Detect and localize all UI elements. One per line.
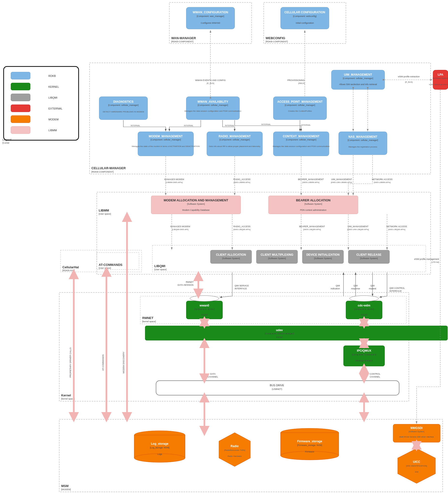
group-sub: [RDKB-HAL] — [62, 269, 75, 272]
node-client-release: CLIENT RELEASE [Software System] — [348, 250, 390, 263]
svg-text:wwan0: wwan0 — [199, 304, 209, 307]
svg-text:ACCESS_POINT_MANAGEMENT: ACCESS_POINT_MANAGEMENT — [277, 100, 323, 103]
svg-text:[Component: cellular_manager]: [Component: cellular_manager] — [285, 104, 315, 106]
svg-text:WWAN_CONFIGURATION: WWAN_CONFIGURATION — [193, 11, 228, 14]
node-modem-management: MODEM_MANAGEMENT [Component: cellular_ma… — [132, 132, 200, 156]
edge-label: DATA-SESSION — [178, 284, 193, 286]
group-label: LIBQMI — [154, 264, 165, 268]
edge-label: [DMS-UIM-LIBQMI-APIs] — [347, 228, 369, 231]
svg-text:Kernel: Kernel — [361, 314, 367, 316]
group-label: WAN-MANAGER — [171, 36, 196, 40]
group-label: WEBCONFIG — [266, 36, 285, 40]
edge-label: CHANNEL — [370, 376, 380, 378]
node-access-point-mgmt: ACCESS_POINT_MANAGEMENT [Component: cell… — [273, 97, 327, 120]
edge-label: eSIM profile extraction — [398, 75, 420, 78]
edge-label: DATA — [210, 373, 216, 375]
node-nas-management: NAS_MANAGEMENT [Component: cellular_mana… — [339, 132, 387, 155]
svg-text:[Component: cellular_manager]: [Component: cellular_manager] — [198, 104, 228, 106]
svg-text:BUS DRIVE: BUS DRIVE — [270, 384, 284, 387]
edge-label: MODEM DISCOVERY — [122, 352, 125, 373]
group-label: CELLULAR-MANAGER — [91, 166, 126, 170]
svg-text:[Component: device]: [Component: device] — [354, 308, 374, 310]
edge-label: BEARER_MANAGEMENT — [298, 178, 324, 180]
legend-title: Legend — [2, 138, 11, 141]
edge-label: AT-COMMANDS — [102, 355, 104, 371]
edge-label: RADIO_ACCESS — [233, 178, 251, 180]
svg-text:MODEM: MODEM — [48, 118, 58, 121]
svg-text:LPA: LPA — [438, 73, 443, 76]
svg-text:Radio Hardware: Radio Hardware — [228, 455, 242, 457]
svg-text:UIM_MANAGEMENT: UIM_MANAGEMENT — [344, 73, 372, 76]
group-sub: [kernel space] — [142, 320, 156, 323]
legend-item-libqmi: LIBQMI — [11, 94, 57, 101]
node-firmware-storage: Firmware_storage [Firmware_storage: NVM]… — [281, 428, 339, 460]
svg-text:Allows SIM seclection and info: Allows SIM seclection and info retrieval — [339, 83, 377, 85]
edge-label: [WDS-LIBQMI-APIs] — [303, 228, 321, 231]
port-cdcwdm — [349, 296, 378, 302]
arrow-qmi-ctrl — [379, 272, 387, 297]
svg-rect-89 — [344, 346, 385, 366]
edge-label: INTERFACE — [390, 290, 402, 292]
edge-label: INTERNAL — [131, 124, 140, 127]
edge-label: INTERNAL — [225, 124, 235, 127]
node-diagnostics: DIAGNOSTICS [Component: cellular_manager… — [99, 97, 147, 120]
svg-text:[Software System]: [Software System] — [268, 257, 286, 260]
edge-label: [RBUS] — [298, 82, 305, 84]
svg-text:[Component: cellular_manager]: [Component: cellular_manager] — [150, 138, 181, 141]
svg-text:KERNEL: KERNEL — [48, 85, 59, 88]
edge-label: INTERNAL — [261, 123, 271, 125]
svg-text:PDN context administration: PDN context administration — [300, 209, 326, 211]
svg-text:Modem Capability Database: Modem Capability Database — [182, 209, 209, 211]
svg-rect-10 — [11, 126, 30, 134]
svg-rect-6 — [11, 105, 30, 112]
edge-label: WWAN EVENTS AND CONFIG — [195, 79, 226, 82]
legend-item-modem: MODEM — [11, 116, 58, 123]
svg-text:[Component: cellular_manager]: [Component: cellular_manager] — [286, 138, 317, 141]
arrow-internal-1 — [123, 120, 166, 131]
svg-text:Radio: Radio — [231, 444, 239, 448]
svg-text:Firmware_storage: Firmware_storage — [297, 440, 322, 443]
svg-text:[Component: device]: [Component: device] — [194, 308, 215, 310]
svg-rect-68 — [256, 250, 298, 263]
edge-label: NETWORK ACCESS — [372, 178, 392, 180]
node-wwan-configuration: WWAN_CONFIGURATION [Component: wan_manag… — [186, 7, 235, 29]
svg-text:[Component: Qualcomm]: [Component: Qualcomm] — [352, 353, 376, 356]
svg-text:[Software System]: [Software System] — [360, 257, 378, 260]
group-label: AT-COMMANDS — [99, 263, 122, 267]
node-uim-management: UIM_MANAGEMENT [Component: cellular_mana… — [332, 70, 385, 89]
svg-text:Configures WWAN0: Configures WWAN0 — [201, 22, 220, 24]
edge-label: INTERNAL — [301, 124, 311, 126]
legend-sub: [Conse — [2, 142, 9, 144]
svg-rect-85 — [145, 326, 448, 340]
svg-text:Message protocol: Message protocol — [355, 359, 373, 362]
arrow-qmi-svc — [220, 272, 232, 297]
node-radio: Radio [RadioResources: TxRx] Radio Hardw… — [219, 433, 250, 467]
svg-text:[Software System]: [Software System] — [222, 257, 240, 260]
node-modem-allocation: MODEM ALLOCATION AND MANAGEMENT [Softwar… — [151, 196, 241, 214]
group-label: LIBMM — [99, 209, 109, 212]
svg-text:Kernel: Kernel — [201, 314, 208, 316]
edge-label: eSIM profile management — [414, 258, 439, 260]
svg-text:BEARER ALLOCATION: BEARER ALLOCATION — [296, 198, 331, 202]
svg-text:Manages the registration proce: Manages the registration process — [348, 146, 377, 148]
edge-label: indication — [331, 287, 340, 290]
node-wwan0: wwan0 [Component: device] Kernel — [186, 301, 223, 319]
edge-label: [NAS-LIBQMI-APIs] — [388, 228, 405, 231]
edge-label: [NAS-LIBMM-APIs] — [234, 181, 250, 183]
svg-text:DIAGNOSTICS: DIAGNOSTICS — [113, 100, 133, 103]
svg-text:Manages the data session confi: Manages the data session configuration a… — [185, 110, 241, 112]
svg-rect-8 — [11, 116, 30, 123]
svg-text:[Component: wan_manager]: [Component: wan_manager] — [197, 15, 224, 17]
svg-rect-2 — [11, 83, 30, 90]
edge-label: BEARER_MANAGEMENT — [299, 225, 325, 228]
edge-label: UIM_MANAGEMENT — [347, 225, 369, 228]
edge-label: PROVISSIONING — [287, 79, 305, 82]
edge-label: RADIO_ACCESS — [233, 225, 251, 228]
edge-label: RMNET — [186, 281, 193, 283]
svg-rect-71 — [302, 250, 344, 263]
edge-label: QMI SERVICE — [235, 285, 249, 287]
node-context-management: CONTEXT_MANAGEMENT [Component: cellular_… — [273, 132, 330, 156]
svg-text:[Software System]: [Software System] — [409, 430, 425, 433]
svg-text:IPC/QMUX: IPC/QMUX — [357, 349, 371, 352]
edge-label: PROPIETARY DRIVER CALLS — [69, 348, 72, 378]
